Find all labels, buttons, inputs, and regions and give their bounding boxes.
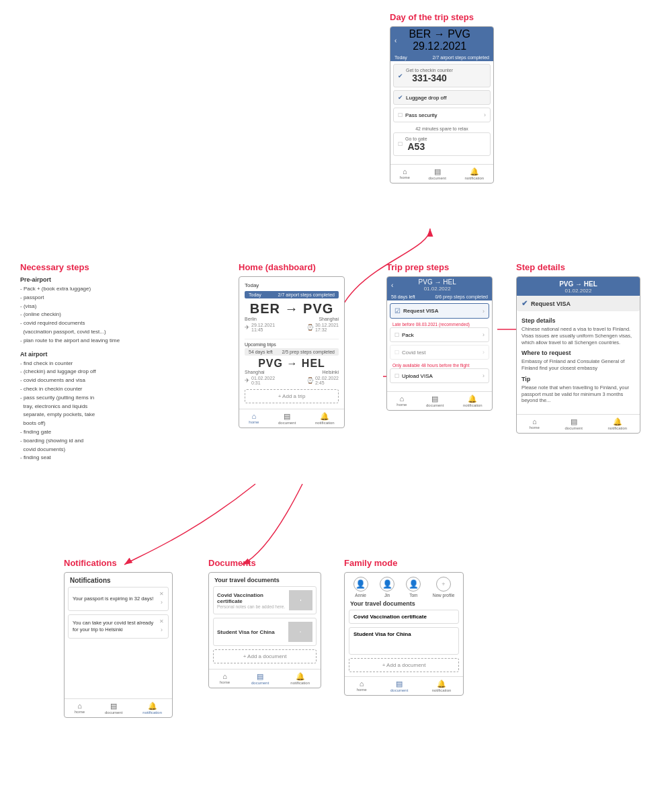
pack-checkbox: ☐ (394, 332, 399, 338)
pack-chevron: › (483, 331, 485, 338)
check-icon-2: ✔ (398, 94, 403, 101)
luggage-label: Luggage drop off (406, 95, 446, 101)
sd-nav-document[interactable]: ▤document (564, 417, 582, 430)
step-upload-visa[interactable]: ☐ Upload VISA › (390, 368, 489, 383)
prep-nav-document[interactable]: ▤document (426, 395, 444, 407)
covid-label: Covid test (402, 350, 426, 356)
family-visa-title: Student Visa for China (353, 631, 454, 637)
security-label: Pass security (405, 112, 437, 118)
notif-covid[interactable]: You can take your covid test already for… (68, 614, 169, 639)
avatar-new[interactable]: + New profile (433, 577, 455, 598)
avatar-tom-circle: 👤 (406, 577, 421, 592)
notif-covid-text: You can take your covid test already for… (73, 620, 157, 633)
nav-home[interactable]: ⌂home (400, 167, 410, 180)
docs-nav-home[interactable]: ⌂home (220, 672, 230, 685)
home-nav-document[interactable]: ▤document (278, 412, 296, 425)
family-nav-home[interactable]: ⌂home (357, 680, 367, 692)
trip-prep-route: PVG → HEL (419, 278, 456, 286)
current-trip-route: BER → PVG (245, 301, 339, 317)
visa-warning: Late before 08.03.2021 (recommended) (390, 321, 489, 327)
home-nav-notification[interactable]: 🔔notification (315, 412, 335, 425)
avatar-tom[interactable]: 👤 Tom (406, 577, 421, 598)
notif-nav-document[interactable]: ▤document (105, 702, 122, 715)
step-luggage[interactable]: ✔ Luggage drop off (393, 90, 491, 105)
notif-nav-notification[interactable]: 🔔notification (142, 702, 162, 715)
family-mode-phone: 👤 Annie 👤 Jin 👤 Tom + New profile Your t… (344, 572, 464, 696)
day-of-trip-label: Day of the trip steps (390, 12, 494, 22)
relax-text: 42 minutes spare to relax (393, 125, 491, 132)
doc-covid-cert[interactable]: Covid Vaccination certificate Personal n… (213, 586, 317, 614)
gate-value: A53 (405, 141, 427, 152)
back-arrow-icon[interactable]: ‹ (394, 37, 396, 44)
home-dashboard-phone: Today Today 2/7 airport steps completed … (239, 276, 345, 428)
covid-chevron: › (483, 349, 485, 356)
details-title-2: Where to request (521, 350, 635, 356)
day-trip-route: BER → PVG (409, 28, 470, 40)
documents-phone: Your travel documents Covid Vaccination … (208, 572, 321, 688)
home-dashboard-label: Home (dashboard) (239, 262, 345, 272)
step-details-phone: PVG → HEL 01.02.2022 ✔ Request VISA Step… (516, 276, 640, 434)
trip-prep-body: ☑ Request VISA › Late before 08.03.2021 … (387, 300, 492, 389)
close-icon[interactable]: ✕ (159, 591, 164, 598)
notif-passport-text: Your passport is expiring in 32 days! (73, 596, 157, 602)
family-nav-document[interactable]: ▤document (390, 680, 408, 692)
details-title-1: Step details (521, 317, 635, 324)
step-checkin-counter[interactable]: ✔ Get to checkin counter 331-340 (393, 64, 491, 87)
home-bottom-nav: ⌂home ▤document 🔔notification (239, 409, 344, 428)
step-details-section: Step details PVG → HEL 01.02.2022 ✔ Requ… (516, 262, 640, 434)
avatar-annie-circle: 👤 (353, 577, 368, 592)
sd-nav-notification[interactable]: 🔔notification (608, 417, 627, 430)
step-pack[interactable]: ☐ Pack › (390, 327, 489, 342)
family-docs-body: Covid Vaccination certificate Student Vi… (345, 610, 463, 672)
family-doc-covid[interactable]: Covid Vaccination certificate (349, 610, 459, 624)
doc-visa-china[interactable]: Student Visa for China (213, 618, 317, 646)
prep-nav-home[interactable]: ⌂home (396, 395, 407, 407)
checked-step-label: Request VISA (531, 300, 571, 307)
notif-nav-home[interactable]: ⌂home (75, 702, 85, 715)
upload-chevron: › (483, 372, 485, 379)
pre-airport-items: - Pack + (book extra luggage) - passport… (20, 285, 148, 346)
family-add-doc-button[interactable]: + Add a document (349, 658, 459, 672)
chevron-icon: › (484, 112, 486, 118)
family-mode-label: Family mode (344, 558, 464, 568)
step-security[interactable]: ☐ Pass security › (393, 108, 491, 122)
nav-notification[interactable]: 🔔notification (464, 167, 484, 180)
nav-document[interactable]: ▤document (428, 167, 446, 180)
family-doc-visa[interactable]: Student Visa for China (349, 627, 459, 655)
avatar-jin-circle: 👤 (380, 577, 394, 592)
day-trip-nav-bar: ‹ BER → PVG 29.12.2021 (390, 27, 493, 54)
avatar-jin[interactable]: 👤 Jin (380, 577, 394, 598)
home-body: Today Today 2/7 airport steps completed … (239, 277, 344, 406)
family-mode-section: Family mode 👤 Annie 👤 Jin 👤 Tom + New pr… (344, 558, 464, 696)
notif-passport[interactable]: Your passport is expiring in 32 days! ✕ … (68, 587, 169, 611)
step-gate[interactable]: ☐ Go to gate A53 (393, 132, 491, 156)
family-nav-notification[interactable]: 🔔notification (432, 680, 452, 692)
upcoming-label: Upcoming trips (245, 342, 339, 347)
upcoming-trip-route: PVG → HEL (245, 358, 339, 370)
covid-warning: Only available 48 hours before the fligh… (390, 362, 489, 368)
step-details-label: Step details (516, 262, 640, 272)
at-airport-items: - find check in counter - (checkin) and … (20, 360, 148, 463)
necessary-steps-label: Necessary steps (20, 262, 148, 272)
step-covid-test[interactable]: ☐ Covid test › (390, 345, 489, 360)
chevron-icon-notif[interactable]: › (161, 599, 163, 607)
home-dashboard-section: Home (dashboard) Today Today 2/7 airport… (239, 262, 345, 428)
sd-nav-home[interactable]: ⌂home (530, 417, 540, 430)
chevron-icon-notif-2[interactable]: › (161, 626, 163, 635)
trip-prep-bottom-nav: ⌂home ▤document 🔔notification (387, 391, 492, 410)
home-nav-home[interactable]: ⌂home (249, 412, 259, 425)
doc-covid-title: Covid Vaccination certificate (217, 592, 289, 604)
docs-nav-notification[interactable]: 🔔notification (290, 672, 310, 685)
avatar-annie[interactable]: 👤 Annie (353, 577, 368, 598)
step-request-visa[interactable]: ☑ Request VISA › (390, 303, 489, 319)
upcoming-trip-cities: Shanghai Helsinki (245, 370, 339, 374)
prep-nav-notification[interactable]: 🔔notification (463, 395, 483, 407)
documents-body: Covid Vaccination certificate Personal n… (209, 586, 321, 663)
docs-nav-document[interactable]: ▤document (251, 672, 269, 685)
add-doc-button[interactable]: + Add a document (213, 649, 317, 663)
add-trip-button[interactable]: + Add a trip (245, 389, 339, 403)
documents-label: Documents (208, 558, 321, 568)
back-arrow-trip[interactable]: ‹ (391, 282, 393, 289)
close-icon-2[interactable]: ✕ (159, 618, 164, 625)
doc-covid-image (289, 590, 312, 610)
